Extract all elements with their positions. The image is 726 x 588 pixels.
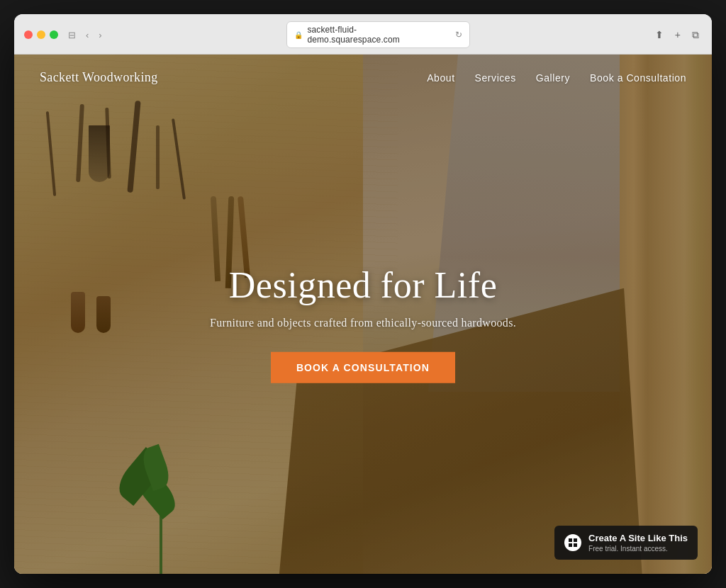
squarespace-icon — [564, 534, 581, 551]
maximize-button[interactable] — [50, 30, 58, 39]
badge-sub-text: Free trial. Instant access. — [588, 545, 688, 553]
nav-services[interactable]: Services — [475, 72, 516, 84]
nav-about[interactable]: About — [427, 72, 454, 84]
minimize-button[interactable] — [37, 30, 45, 39]
share-button[interactable]: ⬆ — [652, 28, 666, 42]
badge-text: Create A Site Like This Free trial. Inst… — [588, 533, 688, 553]
sidebar-toggle-button[interactable]: ⊟ — [65, 28, 79, 42]
reload-icon[interactable]: ↻ — [455, 30, 462, 40]
new-tab-button[interactable]: + — [672, 28, 683, 42]
svg-rect-1 — [574, 538, 577, 542]
hero-cta-button[interactable]: Book a Consultation — [271, 351, 455, 383]
close-button[interactable] — [24, 30, 33, 39]
site-logo[interactable]: Sackett Woodworking — [40, 70, 158, 85]
squarespace-badge[interactable]: Create A Site Like This Free trial. Inst… — [554, 526, 698, 560]
badge-main-text: Create A Site Like This — [588, 533, 688, 545]
traffic-lights — [24, 30, 58, 39]
browser-controls: ⊟ ‹ › — [65, 28, 105, 42]
plant — [140, 446, 182, 574]
nav-links: About Services Gallery Book a Consultati… — [427, 72, 686, 84]
svg-rect-3 — [574, 543, 577, 547]
hero-title: Designed for Life — [150, 264, 576, 305]
svg-rect-0 — [569, 538, 572, 542]
tabs-button[interactable]: ⧉ — [689, 28, 702, 43]
site-navigation: Sackett Woodworking About Services Galle… — [14, 55, 712, 101]
hero-content: Designed for Life Furniture and objects … — [150, 264, 576, 383]
nav-book[interactable]: Book a Consultation — [590, 72, 686, 84]
url-text: sackett-fluid-demo.squarespace.com — [307, 25, 448, 45]
forward-button[interactable]: › — [96, 28, 104, 42]
hero-subtitle: Furniture and objects crafted from ethic… — [150, 316, 576, 329]
nav-gallery[interactable]: Gallery — [536, 72, 570, 84]
lock-icon: 🔒 — [294, 31, 303, 39]
svg-rect-2 — [569, 543, 572, 547]
address-bar[interactable]: 🔒 sackett-fluid-demo.squarespace.com ↻ — [286, 21, 470, 48]
back-button[interactable]: ‹ — [83, 28, 91, 42]
browser-window: ⊟ ‹ › 🔒 sackett-fluid-demo.squarespace.c… — [14, 14, 712, 574]
browser-actions: ⬆ + ⧉ — [652, 28, 702, 43]
browser-chrome: ⊟ ‹ › 🔒 sackett-fluid-demo.squarespace.c… — [14, 14, 712, 55]
website-content: Sackett Woodworking About Services Galle… — [14, 55, 712, 574]
